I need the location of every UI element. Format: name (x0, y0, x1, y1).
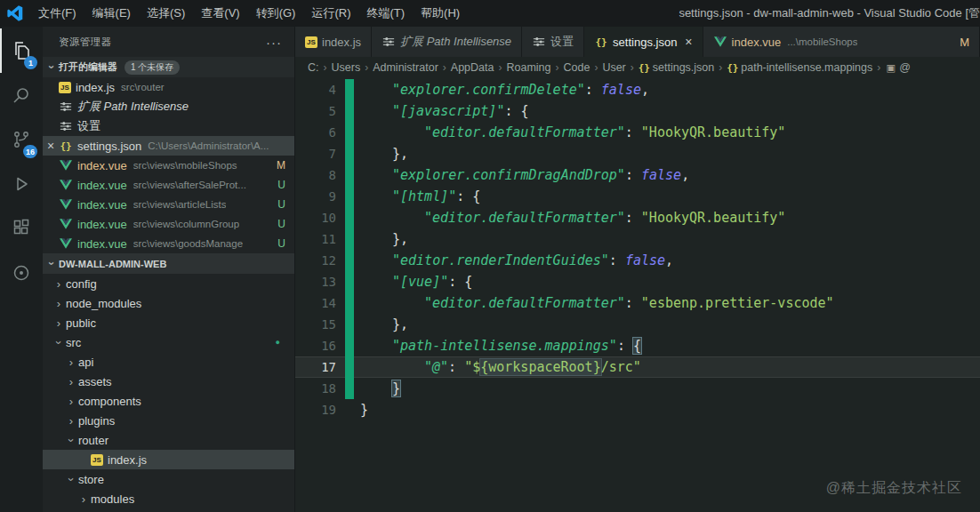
line-number[interactable]: 11 (295, 232, 345, 246)
open-editor-item[interactable]: index.vuesrc\views\columnGroupU (43, 214, 294, 234)
file-path: src\views\mobileShops (133, 160, 237, 171)
open-editor-item[interactable]: index.vuesrc\views\goodsManageU (43, 234, 294, 253)
breadcrumb-item[interactable]: Users (332, 61, 361, 74)
folder-name: store (78, 473, 104, 486)
code-line[interactable]: 12"editor.renderIndentGuides": false, (295, 250, 980, 271)
explorer-icon[interactable]: 1 (0, 28, 43, 73)
breadcrumb-item[interactable]: Roaming (506, 61, 550, 74)
open-editor-item[interactable]: index.vuesrc\views\mobileShopsM (43, 156, 294, 175)
open-editors-header[interactable]: › 打开的编辑器 1 个未保存 (43, 57, 294, 77)
json-braces-icon: {} (594, 36, 608, 48)
line-number[interactable]: 8 (295, 168, 345, 182)
code-line[interactable]: 17"@": "${workspaceRoot}/src" (295, 356, 980, 378)
sidebar-title-label: 资源管理器 (59, 36, 112, 49)
open-editor-item[interactable]: 设置 (43, 116, 294, 136)
folder-name: api (78, 356, 93, 369)
code-line[interactable]: 13"[vue]": { (295, 271, 980, 292)
tree-item-node_modules[interactable]: ›node_modules (43, 293, 294, 313)
breadcrumb-label: Code (563, 61, 590, 74)
menu-edit[interactable]: 编辑(E) (84, 0, 139, 27)
code-line[interactable]: 4"explorer.confirmDelete": false, (295, 79, 980, 100)
source-control-icon[interactable]: 16 (0, 117, 43, 162)
breadcrumb-item[interactable]: Administrator (373, 61, 438, 74)
breadcrumb-item[interactable]: User (602, 61, 625, 74)
tree-item-src[interactable]: ›src● (43, 332, 294, 352)
tree-item-plugins[interactable]: ›plugins (43, 411, 294, 430)
menu-selection[interactable]: 选择(S) (139, 0, 193, 27)
tree-item-public[interactable]: ›public (43, 313, 294, 332)
project-header[interactable]: › DW-MALL-ADMIN-WEB (43, 253, 294, 274)
line-number[interactable]: 10 (295, 211, 345, 225)
breadcrumb-item[interactable]: {}path-intellisense.mappings (727, 61, 872, 74)
code-line[interactable]: 14"editor.defaultFormatter": "esbenp.pre… (295, 292, 980, 314)
tab-settings-json[interactable]: {}settings.json× (584, 27, 703, 57)
line-number[interactable]: 7 (295, 147, 345, 161)
modified-gutter (345, 228, 354, 250)
menu-terminal[interactable]: 终端(T) (358, 0, 413, 27)
line-number[interactable]: 4 (295, 83, 345, 97)
menu-view[interactable]: 查看(V) (193, 0, 247, 27)
breadcrumb-item[interactable]: {}settings.json (639, 61, 714, 74)
open-editor-item[interactable]: ×{}settings.jsonC:\Users\Administrator\A… (43, 136, 294, 156)
breadcrumb-item[interactable]: C: (308, 61, 319, 74)
folder-name: config (66, 277, 97, 291)
tree-item-modules[interactable]: ›modules (43, 489, 294, 508)
line-number[interactable]: 18 (295, 381, 345, 396)
folder-name: public (66, 316, 96, 330)
git-status-badge: U (277, 218, 285, 230)
more-actions-icon[interactable]: ··· (266, 35, 282, 50)
breadcrumb-item[interactable]: ▣@ (885, 61, 911, 74)
line-number[interactable]: 5 (295, 104, 345, 118)
circle-icon[interactable] (0, 251, 43, 295)
code-line[interactable]: 9"[html]": { (295, 186, 980, 207)
menu-help[interactable]: 帮助(H) (413, 0, 468, 27)
tree-item-store[interactable]: ›store (43, 469, 294, 489)
folder-name: components (78, 395, 141, 408)
code-line[interactable]: 8"explorer.confirmDragAndDrop": false, (295, 164, 980, 186)
code-line[interactable]: 19} (295, 399, 980, 420)
tree-item-assets[interactable]: ›assets (43, 372, 294, 391)
tab-index-vue[interactable]: index.vue...\mobileShopsM (703, 27, 980, 57)
extensions-icon[interactable] (0, 206, 43, 251)
close-icon[interactable]: × (685, 36, 692, 48)
tab-index-js[interactable]: JSindex.js (295, 27, 372, 57)
line-number[interactable]: 9 (295, 189, 345, 204)
breadcrumb-item[interactable]: AppData (451, 61, 494, 74)
breadcrumb-item[interactable]: Code (563, 61, 590, 74)
code-editor[interactable]: 4"explorer.confirmDelete": false,5"[java… (295, 78, 980, 512)
line-number[interactable]: 6 (295, 125, 345, 140)
tab-path-intellisense[interactable]: 扩展 Path Intellisense (372, 27, 522, 57)
line-number[interactable]: 15 (295, 317, 345, 332)
line-number[interactable]: 12 (295, 253, 345, 268)
line-number[interactable]: 14 (295, 296, 345, 310)
tab-settings-ui[interactable]: 设置 (522, 27, 584, 57)
line-number[interactable]: 17 (295, 360, 345, 374)
code-line[interactable]: 7}, (295, 143, 980, 164)
code-line[interactable]: 16"path-intellisense.mappings": { (295, 335, 980, 356)
open-editor-item[interactable]: 扩展 Path Intellisense (43, 97, 294, 116)
open-editor-item[interactable]: index.vuesrc\views\afterSaleProt...U (43, 175, 294, 195)
run-debug-icon[interactable] (0, 162, 43, 206)
tree-item-router[interactable]: ›router (43, 430, 294, 450)
menu-go[interactable]: 转到(G) (248, 0, 304, 27)
code-line[interactable]: 6"editor.defaultFormatter": "HookyQR.bea… (295, 122, 980, 143)
menu-run[interactable]: 运行(R) (303, 0, 358, 27)
tree-item-config[interactable]: ›config (43, 274, 294, 293)
code-line[interactable]: 10"editor.defaultFormatter": "HookyQR.be… (295, 207, 980, 228)
code-line[interactable]: 18} (295, 378, 980, 399)
menu-file[interactable]: 文件(F) (30, 0, 84, 27)
line-number[interactable]: 19 (295, 403, 345, 417)
open-editor-item[interactable]: JSindex.jssrc\router (43, 77, 294, 97)
tree-item-index.js[interactable]: JSindex.js (43, 450, 294, 469)
code-line[interactable]: 11}, (295, 228, 980, 250)
code-line[interactable]: 5"[javascript]": { (295, 100, 980, 122)
close-icon[interactable]: × (47, 140, 54, 152)
open-editor-item[interactable]: index.vuesrc\views\articleListsU (43, 195, 294, 214)
search-icon[interactable] (0, 73, 43, 117)
code-line[interactable]: 15}, (295, 314, 980, 335)
file-path: src\views\goodsManage (133, 238, 243, 249)
line-number[interactable]: 13 (295, 275, 345, 289)
tree-item-api[interactable]: ›api (43, 352, 294, 372)
line-number[interactable]: 16 (295, 339, 345, 353)
tree-item-components[interactable]: ›components (43, 391, 294, 411)
